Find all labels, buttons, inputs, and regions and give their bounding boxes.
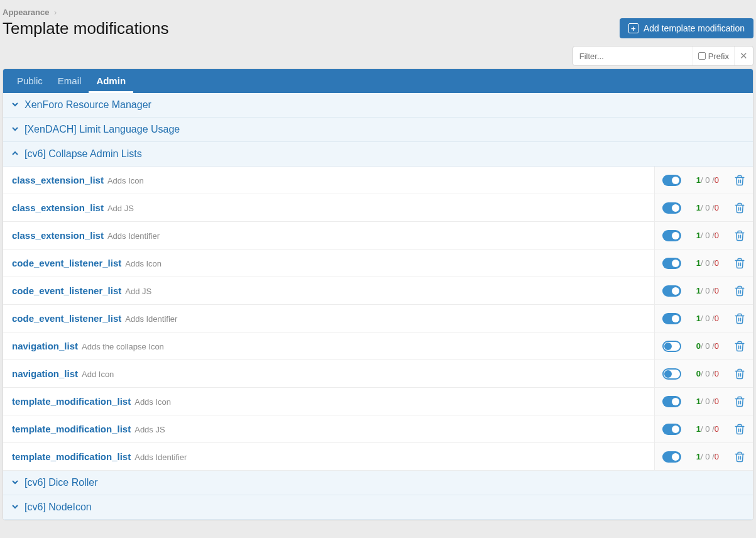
enable-toggle[interactable] — [662, 230, 681, 241]
trash-icon — [734, 230, 745, 241]
row-controls: 1 / 0 / 0 — [654, 250, 753, 277]
breadcrumb-item[interactable]: Appearance — [3, 8, 49, 17]
close-icon: ✕ — [740, 50, 748, 62]
row-controls: 1 / 0 / 0 — [654, 167, 753, 194]
template-desc: Add JS — [107, 204, 134, 213]
add-template-modification-button[interactable]: + Add template modification — [620, 18, 753, 38]
template-name: code_event_listener_list — [12, 285, 121, 296]
table-row: class_extension_listAdd JS1 / 0 / 0 — [3, 194, 753, 222]
template-name: template_modification_list — [12, 451, 131, 462]
trash-icon — [734, 258, 745, 269]
section-title: [XenDACH] Limit Language Usage — [25, 124, 180, 135]
enable-toggle[interactable] — [662, 202, 681, 214]
template-mod-link[interactable]: class_extension_listAdds Icon — [3, 167, 654, 194]
section-title: XenForo Resource Manager — [25, 99, 151, 111]
delete-button[interactable] — [726, 222, 753, 249]
row-controls: 1 / 0 / 0 — [654, 222, 753, 249]
table-row: code_event_listener_listAdds Icon1 / 0 /… — [3, 250, 753, 277]
template-desc: Adds Identifier — [107, 231, 160, 241]
template-name: class_extension_list — [12, 230, 104, 241]
apply-stats: 1 / 0 / 0 — [689, 167, 726, 194]
section-header[interactable]: [cv6] Collapse Admin Lists — [3, 142, 753, 167]
filter-clear-button[interactable]: ✕ — [734, 47, 753, 65]
enable-toggle[interactable] — [662, 258, 681, 269]
delete-button[interactable] — [726, 305, 753, 332]
table-row: template_modification_listAdds Icon1 / 0… — [3, 388, 753, 415]
enable-toggle[interactable] — [662, 368, 681, 380]
template-mod-link[interactable]: template_modification_listAdds Icon — [3, 388, 654, 415]
trash-icon — [734, 341, 745, 352]
template-name: navigation_list — [12, 368, 78, 379]
enable-toggle[interactable] — [662, 313, 681, 324]
template-mod-link[interactable]: class_extension_listAdds Identifier — [3, 222, 654, 249]
row-controls: 1 / 0 / 0 — [654, 194, 753, 221]
chevron-down-icon — [11, 99, 19, 111]
row-controls: 1 / 0 / 0 — [654, 388, 753, 415]
section-title: [cv6] Collapse Admin Lists — [25, 148, 142, 160]
tab-email[interactable]: Email — [50, 69, 89, 93]
filter-prefix-toggle[interactable]: Prefix — [693, 47, 734, 65]
table-row: navigation_listAdds the collapse Icon0 /… — [3, 332, 753, 360]
enable-toggle[interactable] — [662, 285, 681, 297]
enable-toggle[interactable] — [662, 396, 681, 407]
section-header[interactable]: [cv6] NodeIcon — [3, 495, 753, 520]
section-header[interactable]: [cv6] Dice Roller — [3, 471, 753, 495]
template-mod-link[interactable]: template_modification_listAdds JS — [3, 415, 654, 442]
trash-icon — [734, 285, 745, 297]
apply-stats: 1 / 0 / 0 — [689, 305, 726, 332]
template-name: code_event_listener_list — [12, 313, 121, 324]
delete-button[interactable] — [726, 332, 753, 360]
template-desc: Adds Identifier — [125, 314, 177, 324]
template-name: template_modification_list — [12, 424, 131, 434]
plus-icon: + — [628, 23, 638, 33]
template-mod-link[interactable]: navigation_listAdd Icon — [3, 360, 654, 387]
row-controls: 1 / 0 / 0 — [654, 443, 753, 470]
section-title: [cv6] Dice Roller — [25, 477, 97, 488]
template-name: template_modification_list — [12, 396, 131, 407]
template-mod-panel: PublicEmailAdmin XenForo Resource Manage… — [3, 69, 753, 520]
section-header[interactable]: XenForo Resource Manager — [3, 93, 753, 118]
filter-prefix-label: Prefix — [708, 52, 729, 61]
template-mod-link[interactable]: navigation_listAdds the collapse Icon — [3, 332, 654, 360]
template-name: navigation_list — [12, 341, 78, 351]
trash-icon — [734, 451, 745, 463]
apply-stats: 1 / 0 / 0 — [689, 415, 726, 442]
chevron-down-icon — [11, 477, 19, 488]
delete-button[interactable] — [726, 167, 753, 194]
page-title: Template modifications — [3, 19, 168, 38]
row-controls: 1 / 0 / 0 — [654, 305, 753, 332]
template-mod-link[interactable]: template_modification_listAdds Identifie… — [3, 443, 654, 470]
template-desc: Adds the collapse Icon — [82, 342, 164, 351]
delete-button[interactable] — [726, 360, 753, 387]
delete-button[interactable] — [726, 443, 753, 470]
section-header[interactable]: [XenDACH] Limit Language Usage — [3, 118, 753, 142]
row-controls: 1 / 0 / 0 — [654, 415, 753, 442]
breadcrumb[interactable]: Appearance › — [3, 5, 753, 18]
delete-button[interactable] — [726, 250, 753, 277]
row-controls: 0 / 0 / 0 — [654, 332, 753, 360]
table-row: class_extension_listAdds Identifier1 / 0… — [3, 222, 753, 250]
delete-button[interactable] — [726, 277, 753, 304]
row-controls: 0 / 0 / 0 — [654, 360, 753, 387]
delete-button[interactable] — [726, 388, 753, 415]
enable-toggle[interactable] — [662, 451, 681, 463]
table-row: template_modification_listAdds JS1 / 0 /… — [3, 415, 753, 443]
delete-button[interactable] — [726, 415, 753, 442]
delete-button[interactable] — [726, 194, 753, 221]
template-desc: Adds JS — [134, 425, 165, 434]
enable-toggle[interactable] — [662, 424, 681, 435]
enable-toggle[interactable] — [662, 175, 681, 186]
template-desc: Add JS — [125, 287, 151, 296]
template-mod-link[interactable]: code_event_listener_listAdds Identifier — [3, 305, 654, 332]
template-mod-link[interactable]: class_extension_listAdd JS — [3, 194, 654, 221]
table-row: class_extension_listAdds Icon1 / 0 / 0 — [3, 167, 753, 194]
table-row: template_modification_listAdds Identifie… — [3, 443, 753, 471]
tab-public[interactable]: Public — [9, 69, 50, 93]
template-mod-link[interactable]: code_event_listener_listAdds Icon — [3, 250, 654, 277]
tab-admin[interactable]: Admin — [89, 69, 133, 93]
template-mod-link[interactable]: code_event_listener_listAdd JS — [3, 277, 654, 304]
filter-input[interactable] — [573, 48, 693, 65]
trash-icon — [734, 313, 745, 324]
template-desc: Adds Icon — [134, 397, 171, 407]
enable-toggle[interactable] — [662, 341, 681, 352]
